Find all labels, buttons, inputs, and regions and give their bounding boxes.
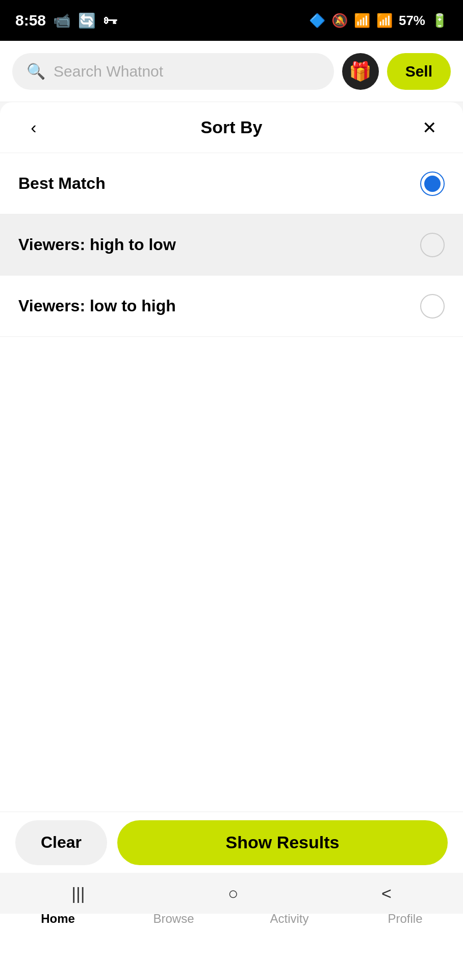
radio-viewers-low-high[interactable]	[420, 294, 445, 318]
sort-option-viewers-low-high[interactable]: Viewers: low to high	[0, 276, 463, 337]
show-results-button[interactable]: Show Results	[117, 820, 448, 865]
sync-icon: 🔄	[78, 12, 96, 29]
status-left: 8:58 📹 🔄 🗝	[15, 12, 117, 29]
modal-title: Sort By	[201, 117, 263, 137]
modal-header: ‹ Sort By ✕	[0, 102, 463, 153]
nav-label-activity: Activity	[270, 912, 308, 926]
sort-option-best-match[interactable]: Best Match	[0, 153, 463, 214]
sort-option-label-viewers-high-low: Viewers: high to low	[18, 235, 176, 254]
radio-best-match[interactable]	[420, 172, 445, 196]
action-bar: Clear Show Results	[0, 812, 463, 873]
mute-icon: 🔕	[331, 13, 348, 29]
clear-label: Clear	[41, 833, 82, 852]
clear-button[interactable]: Clear	[15, 820, 107, 865]
nav-label-home: Home	[41, 912, 75, 926]
radio-inner-best-match	[424, 176, 441, 192]
status-time: 8:58	[15, 12, 46, 29]
gift-button[interactable]: 🎁	[342, 53, 379, 90]
bluetooth-icon: 🔷	[309, 13, 325, 29]
nav-label-browse: Browse	[153, 912, 194, 926]
system-back-button[interactable]: <	[381, 884, 392, 903]
search-bar[interactable]: 🔍 Search Whatnot	[12, 53, 334, 90]
system-home-button[interactable]: ○	[228, 884, 239, 903]
nav-label-profile: Profile	[388, 912, 422, 926]
gift-icon: 🎁	[349, 61, 372, 82]
app-header: 🔍 Search Whatnot 🎁 Sell	[0, 41, 463, 102]
wifi-icon: 📶	[354, 13, 370, 29]
status-right: 🔷 🔕 📶 📶 57% 🔋	[309, 13, 448, 29]
show-results-label: Show Results	[226, 832, 340, 852]
back-chevron-icon: ‹	[31, 117, 36, 137]
status-bar: 8:58 📹 🔄 🗝 🔷 🔕 📶 📶 57% 🔋	[0, 0, 463, 41]
sort-option-viewers-high-low[interactable]: Viewers: high to low	[0, 214, 463, 276]
battery-icon: 🔋	[431, 13, 448, 29]
battery-label: 57%	[399, 13, 425, 29]
signal-icon: 📶	[376, 13, 393, 29]
sell-label: Sell	[405, 63, 432, 80]
search-icon: 🔍	[27, 62, 45, 80]
sort-option-label-viewers-low-high: Viewers: low to high	[18, 297, 176, 315]
camera-icon: 📹	[53, 12, 71, 29]
system-nav: ||| ○ <	[0, 873, 463, 914]
close-icon: ✕	[422, 117, 436, 138]
sell-button[interactable]: Sell	[387, 53, 451, 90]
radio-viewers-high-low[interactable]	[420, 233, 445, 257]
sort-option-label-best-match: Best Match	[18, 174, 106, 193]
key-icon: 🗝	[103, 12, 117, 29]
modal-close-button[interactable]: ✕	[414, 112, 445, 143]
system-menu-button[interactable]: |||	[71, 884, 85, 903]
modal-back-button[interactable]: ‹	[18, 112, 49, 143]
search-placeholder-text: Search Whatnot	[54, 63, 163, 80]
